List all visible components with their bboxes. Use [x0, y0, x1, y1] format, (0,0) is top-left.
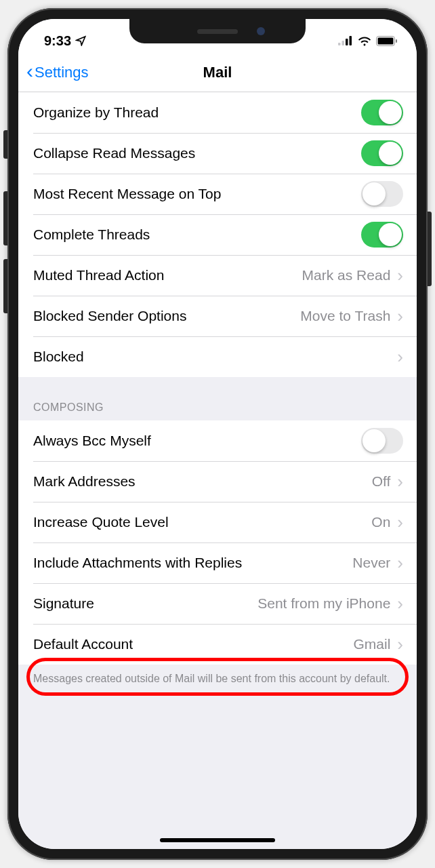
row-label: Signature [33, 595, 257, 612]
svg-rect-2 [346, 39, 348, 45]
row-mark-addresses[interactable]: Mark Addresses Off › [18, 461, 417, 502]
chevron-right-icon: › [397, 347, 403, 368]
row-label: Include Attachments with Replies [33, 555, 352, 571]
row-include-attachments[interactable]: Include Attachments with Replies Never › [18, 542, 417, 583]
chevron-right-icon: › [397, 306, 403, 327]
row-increase-quote[interactable]: Increase Quote Level On › [18, 502, 417, 542]
composing-header: COMPOSING [18, 377, 417, 420]
row-value: Sent from my iPhone [257, 595, 390, 612]
toggle-organize[interactable] [361, 100, 403, 125]
row-collapse-read[interactable]: Collapse Read Messages [18, 133, 417, 174]
status-time: 9:33 [44, 33, 71, 49]
notch [129, 19, 306, 43]
wifi-icon [358, 36, 371, 46]
row-label: Default Account [33, 636, 353, 652]
row-value: Off [372, 473, 391, 490]
row-label: Blocked Sender Options [33, 308, 300, 324]
svg-rect-0 [338, 43, 341, 45]
svg-rect-1 [342, 41, 345, 45]
row-label: Mark Addresses [33, 473, 372, 490]
row-blocked-options[interactable]: Blocked Sender Options Move to Trash › [18, 296, 417, 336]
row-value: Never [352, 555, 390, 571]
chevron-right-icon: › [397, 593, 403, 614]
row-label: Muted Thread Action [33, 267, 302, 283]
row-blocked[interactable]: Blocked › [18, 336, 417, 377]
row-always-bcc[interactable]: Always Bcc Myself [18, 420, 417, 461]
nav-bar: ‹ Settings Mail [18, 53, 417, 92]
row-label: Organize by Thread [33, 104, 361, 121]
default-account-footer: Messages created outside of Mail will be… [18, 665, 417, 696]
svg-rect-6 [396, 39, 397, 43]
threading-group: Organize by Thread Collapse Read Message… [18, 92, 417, 377]
location-icon [75, 35, 86, 46]
back-label: Settings [35, 64, 89, 81]
toggle-complete[interactable] [361, 222, 403, 248]
page-title: Mail [203, 64, 232, 81]
svg-rect-5 [378, 37, 394, 44]
toggle-recent-top[interactable] [361, 181, 403, 207]
row-value: On [371, 514, 390, 530]
settings-content[interactable]: Organize by Thread Collapse Read Message… [18, 92, 417, 849]
chevron-right-icon: › [397, 265, 403, 286]
toggle-collapse[interactable] [361, 140, 403, 166]
row-recent-on-top[interactable]: Most Recent Message on Top [18, 174, 417, 214]
row-label: Always Bcc Myself [33, 433, 361, 449]
row-complete-threads[interactable]: Complete Threads [18, 214, 417, 255]
row-value: Gmail [353, 636, 390, 652]
row-label: Complete Threads [33, 226, 361, 243]
chevron-right-icon: › [397, 471, 403, 492]
row-value: Move to Trash [300, 308, 390, 324]
row-default-account[interactable]: Default Account Gmail › [18, 624, 417, 665]
cellular-icon [338, 36, 353, 45]
chevron-right-icon: › [397, 634, 403, 655]
row-organize-by-thread[interactable]: Organize by Thread [18, 92, 417, 133]
home-indicator[interactable] [160, 838, 275, 842]
phone-frame: 9:33 ‹ Settings Mail Organize by Thread [7, 8, 428, 860]
row-label: Increase Quote Level [33, 514, 371, 530]
chevron-right-icon: › [397, 512, 403, 533]
back-button[interactable]: ‹ Settings [26, 63, 89, 81]
row-muted-action[interactable]: Muted Thread Action Mark as Read › [18, 255, 417, 296]
row-label: Most Recent Message on Top [33, 186, 361, 202]
chevron-left-icon: ‹ [26, 61, 33, 81]
chevron-right-icon: › [397, 553, 403, 574]
composing-group: Always Bcc Myself Mark Addresses Off › I… [18, 420, 417, 665]
screen: 9:33 ‹ Settings Mail Organize by Thread [18, 19, 417, 849]
row-signature[interactable]: Signature Sent from my iPhone › [18, 583, 417, 624]
row-label: Blocked [33, 349, 396, 365]
toggle-bcc[interactable] [361, 428, 403, 454]
row-label: Collapse Read Messages [33, 145, 361, 161]
battery-icon [376, 36, 398, 46]
svg-rect-3 [350, 36, 352, 45]
row-value: Mark as Read [302, 267, 391, 283]
